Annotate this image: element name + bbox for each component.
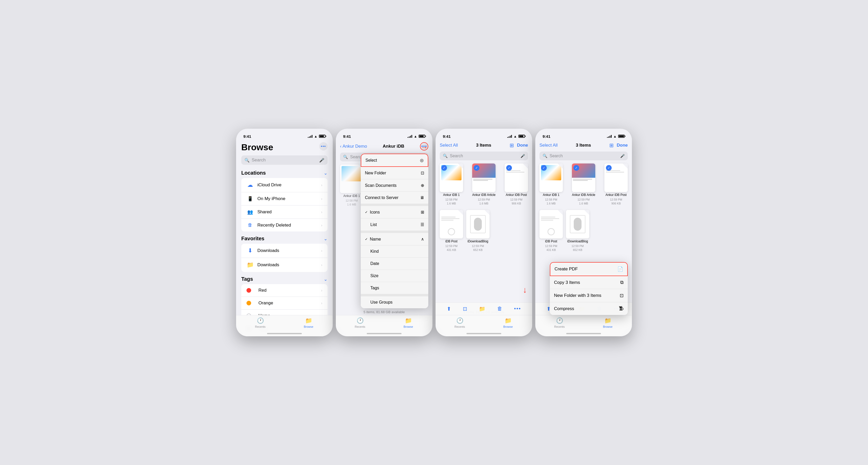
downloads-2-arrow: › <box>321 263 322 267</box>
iphone-arrow: › <box>321 197 322 201</box>
browse-icon-3: 📁 <box>505 318 512 324</box>
dropdown-sort-kind[interactable]: Kind <box>361 245 428 258</box>
dropdown-new-folder[interactable]: New Folder ⊡ <box>361 167 428 179</box>
back-button-2[interactable]: ‹ Ankur Demo <box>340 144 367 149</box>
file-ankur1-3[interactable]: ✓ Ankur iDB 1 12:58 PM1.6 MB <box>440 164 463 206</box>
file-article-4[interactable]: ✓ Ankur iDB Article 12:59 PM1.6 MB <box>572 164 595 206</box>
dropdown-sort-name[interactable]: ✓ Name ∧ <box>361 233 428 245</box>
nav-title-2: Ankur iDB <box>367 144 420 149</box>
file-idownloadblog-3[interactable]: iDownloadBlog 12:59 PM652 KB <box>466 210 490 252</box>
search-bar-1[interactable]: 🔍 Search 🎤 <box>241 156 328 165</box>
grid-view-icon-4[interactable]: ⊞ <box>609 142 614 148</box>
dropdown-sort-date[interactable]: Date <box>361 258 428 270</box>
select-all-button[interactable]: Select All <box>440 143 458 148</box>
context-copy-items[interactable]: Copy 3 Items ⧉ <box>550 276 628 289</box>
location-recently-deleted[interactable]: 🗑 Recently Deleted › <box>241 219 328 231</box>
red-arrow-icon: → <box>421 143 428 152</box>
icons-check: ✓ <box>365 210 368 214</box>
search-bar-3[interactable]: 🔍 Search 🎤 <box>440 152 528 160</box>
tab-browse-2[interactable]: 📁 Browse <box>384 318 432 328</box>
share-action-icon[interactable]: ⬆ <box>447 306 451 312</box>
search-bar-4[interactable]: 🔍 Search 🎤 <box>539 152 628 160</box>
locations-list: ☁ iCloud Drive › 📱 On My iPhone › 👥 Shar… <box>241 178 328 231</box>
dropdown-use-groups[interactable]: Use Groups <box>361 296 428 308</box>
context-compress[interactable]: Compress 🗜 <box>550 302 628 315</box>
file-name-ankur1: Ankur iDB 1 <box>343 194 360 198</box>
tag-red[interactable]: Red › <box>241 284 328 297</box>
connect-server-label: Connect to Server <box>365 195 398 200</box>
dropdown-sort-size[interactable]: Size <box>361 270 428 282</box>
meta-post-3: 12:59 PM906 KB <box>510 198 522 206</box>
sort-date-label: Date <box>370 261 379 266</box>
tab-browse-3[interactable]: 📁 Browse <box>484 318 532 328</box>
tags-title: Tags <box>241 276 253 282</box>
file-ankur1-4[interactable]: ✓ Ankur iDB 1 12:58 PM1.6 MB <box>539 164 563 206</box>
selection-nav-3: Select All 3 Items ⊞ Done <box>436 140 532 151</box>
context-create-pdf[interactable]: Create PDF 📄 <box>550 262 628 276</box>
battery-icon-4 <box>618 135 625 138</box>
more-action-icon[interactable]: ••• <box>514 306 521 312</box>
add-action-icon[interactable]: ⊡ <box>463 306 467 312</box>
done-button-3[interactable]: Done <box>517 143 528 148</box>
scan-docs-label: Scan Documents <box>365 183 397 188</box>
done-button-4[interactable]: Done <box>617 143 628 148</box>
deleted-arrow: › <box>321 223 322 227</box>
select-all-button-4[interactable]: Select All <box>539 143 558 148</box>
folder-action-icon[interactable]: 📁 <box>479 306 486 312</box>
grid-view-icon-3[interactable]: ⊞ <box>509 142 514 148</box>
files-row2-4: iDB Post 12:59 PM431 KB iDownloadBlog <box>535 210 632 256</box>
mic-icon-3: 🎤 <box>521 154 525 158</box>
locations-header: Locations ⌄ <box>236 170 333 178</box>
location-shared[interactable]: 👥 Shared › <box>241 205 328 219</box>
trash-action-icon[interactable]: 🗑 <box>497 306 502 312</box>
thumb-post-3: ✓ <box>505 164 528 192</box>
screen-selection: 9:41 ▲ Select All 3 Items ⊞ Done <box>436 129 532 336</box>
red-tag-dot <box>246 288 251 293</box>
tag-orange[interactable]: Orange › <box>241 297 328 309</box>
thumb-idbpost-4 <box>539 210 563 238</box>
recently-deleted-label: Recently Deleted <box>257 223 317 228</box>
shared-label: Shared <box>257 209 317 214</box>
check-post-4: ✓ <box>606 165 612 171</box>
file-meta-ankur1: 12:58 PM1.6 MB <box>345 199 358 207</box>
meta-idownloadblog-4: 12:59 PM652 KB <box>571 244 584 252</box>
favorite-downloads-2[interactable]: 📁 Downloads › <box>241 258 328 272</box>
file-post-4[interactable]: ✓ Ankur iDB Post 12:59 PM906 KB <box>604 164 628 206</box>
dropdown-connect-server[interactable]: Connect to Server 🖥 <box>361 192 428 204</box>
more-options-button[interactable]: ••• <box>319 142 328 151</box>
file-idbpost-4[interactable]: iDB Post 12:59 PM431 KB <box>539 210 563 252</box>
dropdown-sort-tags[interactable]: Tags <box>361 282 428 294</box>
screens-container: 9:41 ▲ ••• Browse 🔍 Search <box>236 129 632 336</box>
file-post-3[interactable]: ✓ Ankur iDB Post 12:59 PM906 KB <box>505 164 528 206</box>
pdf-icon: 📄 <box>617 266 623 272</box>
meta-ankur1-4: 12:58 PM1.6 MB <box>545 198 557 206</box>
recents-label-2: Recents <box>355 325 365 328</box>
tab-recents-2[interactable]: 🕐 Recents <box>336 318 384 328</box>
shared-icon: 👥 <box>246 209 254 215</box>
location-on-my-iphone[interactable]: 📱 On My iPhone › <box>241 192 328 205</box>
battery-icon-3 <box>519 135 525 138</box>
tab-browse-1[interactable]: 📁 Browse <box>284 318 333 328</box>
tab-recents-1[interactable]: 🕐 Recents <box>236 318 284 328</box>
tab-browse-4[interactable]: 📁 Browse <box>584 318 632 328</box>
home-indicator-2 <box>367 333 402 334</box>
dropdown-divider-3 <box>361 294 428 296</box>
meta-idbpost-3: 12:59 PM431 KB <box>445 244 457 252</box>
tab-recents-4[interactable]: 🕐 Recents <box>535 318 584 328</box>
recents-icon-2: 🕐 <box>356 318 364 324</box>
context-new-folder-items[interactable]: New Folder with 3 Items ⊡ <box>550 289 628 302</box>
sort-tags-label: Tags <box>370 286 379 290</box>
icons-label: Icons <box>370 210 380 214</box>
file-article-3[interactable]: ✓ Ankur iDB Article 12:59 PM1.6 MB <box>472 164 496 206</box>
dropdown-icons-view[interactable]: ✓ Icons ⊞ <box>361 206 428 219</box>
file-thumb-ankur1 <box>340 165 363 193</box>
dropdown-list-view[interactable]: List ☰ <box>361 219 428 231</box>
location-icloud-drive[interactable]: ☁ iCloud Drive › <box>241 178 328 192</box>
dropdown-select[interactable]: Select ◎ <box>361 154 428 167</box>
file-idbpost-3[interactable]: iDB Post 12:59 PM431 KB <box>440 210 463 252</box>
file-idownloadblog-4[interactable]: iDownloadBlog 12:59 PM652 KB <box>566 210 589 252</box>
tab-recents-3[interactable]: 🕐 Recents <box>436 318 484 328</box>
search-icon-1: 🔍 <box>244 158 250 163</box>
favorite-downloads-1[interactable]: ⬇ Downloads › <box>241 244 328 258</box>
dropdown-scan-docs[interactable]: Scan Documents ⊕ <box>361 179 428 192</box>
